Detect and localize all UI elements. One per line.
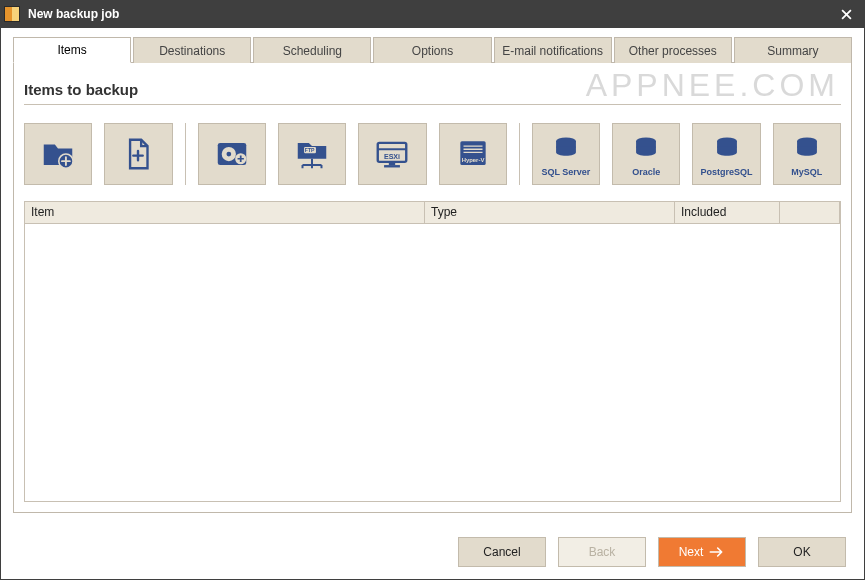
disk-image-button[interactable] [198, 123, 266, 185]
ftp-icon: FTP [293, 135, 331, 173]
file-plus-icon [119, 135, 157, 173]
tab-label: Other processes [629, 44, 717, 58]
close-button[interactable] [833, 3, 859, 25]
tab-email-notifications[interactable]: E-mail notifications [494, 37, 612, 63]
tab-other-processes[interactable]: Other processes [614, 37, 732, 63]
window-title: New backup job [28, 7, 833, 21]
items-grid: Item Type Included [24, 201, 841, 502]
next-button[interactable]: Next [658, 537, 746, 567]
ftp-button[interactable]: FTP [278, 123, 346, 185]
group-divider [519, 123, 520, 185]
column-spacer [780, 202, 840, 224]
close-icon [841, 9, 852, 20]
column-type[interactable]: Type [425, 202, 675, 224]
hyperv-icon: Hyper-V [454, 135, 492, 173]
disk-image-icon [213, 135, 251, 173]
source-label: SQL Server [542, 167, 591, 177]
tab-content: APPNEE.COM Items to backup [13, 63, 852, 513]
source-label: PostgreSQL [701, 167, 753, 177]
button-label: Next [679, 545, 704, 559]
cancel-button[interactable]: Cancel [458, 537, 546, 567]
database-icon [710, 131, 744, 165]
svg-point-3 [226, 152, 231, 157]
database-icon [629, 131, 663, 165]
sqlserver-button[interactable]: SQL Server [532, 123, 600, 185]
tab-label: Destinations [159, 44, 225, 58]
tab-label: Scheduling [283, 44, 342, 58]
svg-text:FTP: FTP [305, 147, 315, 153]
svg-text:ESXi: ESXi [384, 153, 400, 161]
esxi-button[interactable]: ESXi [358, 123, 426, 185]
titlebar: New backup job [0, 0, 865, 28]
tab-label: Items [57, 43, 86, 57]
tab-scheduling[interactable]: Scheduling [253, 37, 371, 63]
source-button-row: FTP ESXi Hyper-V [24, 123, 841, 185]
section-title: Items to backup [24, 81, 841, 105]
postgresql-button[interactable]: PostgreSQL [692, 123, 760, 185]
add-folder-button[interactable] [24, 123, 92, 185]
tab-destinations[interactable]: Destinations [133, 37, 251, 63]
button-label: Back [589, 545, 616, 559]
button-label: OK [793, 545, 810, 559]
add-file-button[interactable] [104, 123, 172, 185]
ok-button[interactable]: OK [758, 537, 846, 567]
oracle-button[interactable]: Oracle [612, 123, 680, 185]
esxi-icon: ESXi [373, 135, 411, 173]
source-label: Oracle [632, 167, 660, 177]
footer-bar: Cancel Back Next OK [1, 525, 864, 579]
app-icon [4, 6, 20, 22]
tab-label: Options [412, 44, 453, 58]
folder-plus-icon [39, 135, 77, 173]
database-icon [549, 131, 583, 165]
hyperv-button[interactable]: Hyper-V [439, 123, 507, 185]
svg-text:Hyper-V: Hyper-V [461, 157, 484, 163]
svg-rect-9 [389, 162, 395, 165]
grid-body[interactable] [25, 224, 840, 501]
arrow-right-icon [709, 546, 725, 558]
column-item[interactable]: Item [25, 202, 425, 224]
svg-rect-10 [384, 165, 400, 167]
tab-label: Summary [767, 44, 818, 58]
tab-options[interactable]: Options [373, 37, 491, 63]
tab-items[interactable]: Items [13, 37, 131, 63]
tab-label: E-mail notifications [502, 44, 603, 58]
database-icon [790, 131, 824, 165]
mysql-button[interactable]: MySQL [773, 123, 841, 185]
tab-summary[interactable]: Summary [734, 37, 852, 63]
grid-header: Item Type Included [25, 202, 840, 224]
tabs-container: Items Destinations Scheduling Options E-… [1, 28, 864, 63]
group-divider [185, 123, 186, 185]
source-label: MySQL [791, 167, 822, 177]
back-button: Back [558, 537, 646, 567]
button-label: Cancel [483, 545, 520, 559]
window-frame: Items Destinations Scheduling Options E-… [0, 28, 865, 580]
column-included[interactable]: Included [675, 202, 780, 224]
tab-strip: Items Destinations Scheduling Options E-… [13, 36, 852, 63]
